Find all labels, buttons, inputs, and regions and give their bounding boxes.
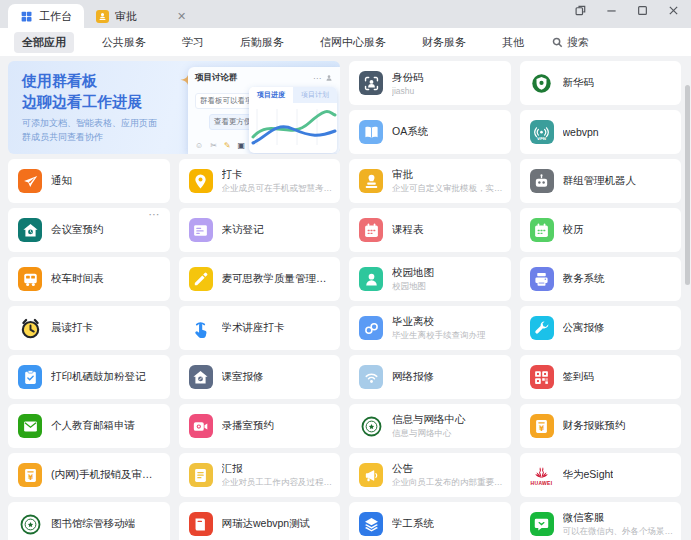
- scrollbar-thumb[interactable]: [685, 85, 690, 285]
- app-title: 汇报: [222, 462, 333, 476]
- app-title: 审批: [392, 168, 503, 182]
- app-tile[interactable]: 信息与网络中心 信息与网络中心: [349, 404, 511, 448]
- app-tile[interactable]: 图书馆综管移动端: [8, 502, 170, 540]
- app-tile[interactable]: 校园地图 校园地图: [349, 257, 511, 301]
- app-tile[interactable]: 麦可思教学质量管理平台: [179, 257, 341, 301]
- preview-board-tab-active: 项目进度: [249, 87, 293, 103]
- app-tile[interactable]: 打印机硒鼓加粉登记: [8, 355, 170, 399]
- popout-icon[interactable]: [575, 5, 586, 16]
- app-icon: [530, 71, 554, 95]
- app-tile[interactable]: 公告 企业向员工发布的内部重要通…: [349, 453, 511, 497]
- preview-board-card: 项目进度 项目计划: [249, 87, 337, 153]
- tab-close-icon[interactable]: ✕: [177, 11, 186, 22]
- app-tile[interactable]: 网络报修: [349, 355, 511, 399]
- app-title: 群组管理机器人: [563, 174, 637, 188]
- app-tile[interactable]: 通知: [8, 159, 170, 203]
- app-title: 学工系统: [392, 517, 434, 531]
- app-tile[interactable]: 微信客服 可以在微信内、外各个场景中…: [520, 502, 682, 540]
- app-tile[interactable]: 晨读打卡: [8, 306, 170, 350]
- nav-category[interactable]: 公共服务: [94, 32, 154, 53]
- tab-approval[interactable]: 审批 ✕: [84, 4, 198, 28]
- app-subtitle: 企业成员可在手机或智慧考勤…: [222, 183, 333, 195]
- app-title: 晨读打卡: [51, 321, 93, 335]
- app-title: webvpn: [563, 126, 599, 138]
- app-icon: [359, 169, 383, 193]
- workbench-grid-icon: [20, 10, 33, 23]
- app-icon: HUAWEI: [530, 463, 554, 487]
- app-tile[interactable]: 个人教育邮箱申请: [8, 404, 170, 448]
- app-icon: [530, 267, 554, 291]
- nav-category[interactable]: 学习: [174, 32, 212, 53]
- app-icon: [189, 169, 213, 193]
- preview-chat-title: 项目讨论群: [195, 72, 238, 84]
- category-nav: 全部应用公共服务学习后勤服务信网中心服务财务服务其他 搜索: [0, 28, 691, 56]
- banner-chat-preview: 项目讨论群 ⋯ ⌄ 群看板可以看项目进度了 查看更方便了 项目进度 项目计划: [188, 67, 340, 154]
- app-tile[interactable]: 打卡 企业成员可在手机或智慧考勤…: [179, 159, 341, 203]
- app-title: 信息与网络中心: [392, 413, 466, 427]
- app-icon: [18, 512, 42, 536]
- app-tile[interactable]: 群组管理机器人: [520, 159, 682, 203]
- tile-more-button[interactable]: ⋯: [149, 208, 161, 221]
- app-tile[interactable]: 校车时间表: [8, 257, 170, 301]
- tab-workbench[interactable]: 工作台: [8, 4, 84, 28]
- search-icon: [552, 37, 563, 48]
- board-panel-icon: ▣: [238, 141, 246, 150]
- app-subtitle: 企业可自定义审批模板，实现…: [392, 183, 503, 195]
- app-title: 课室报修: [222, 370, 264, 384]
- app-title: 网瑞达webvpn测试: [222, 517, 311, 531]
- app-subtitle: 校园地图: [392, 281, 434, 293]
- app-icon: [359, 316, 383, 340]
- app-tile[interactable]: 审批 企业可自定义审批模板，实现…: [349, 159, 511, 203]
- app-tile[interactable]: 公寓报修: [520, 306, 682, 350]
- app-icon: [359, 218, 383, 242]
- app-tile[interactable]: webvpn: [520, 110, 682, 154]
- nav-category[interactable]: 后勤服务: [232, 32, 292, 53]
- app-tile[interactable]: 学工系统: [349, 502, 511, 540]
- search-label: 搜索: [567, 35, 589, 50]
- promo-banner[interactable]: 使用群看板 边聊边看工作进展 可添加文档、智能表格、应用页面 群成员共同查看协作…: [8, 61, 340, 154]
- app-icon: [18, 463, 42, 487]
- nav-category[interactable]: 信网中心服务: [312, 32, 394, 53]
- app-title: 学术讲座打卡: [222, 321, 285, 335]
- app-title: 华为eSight: [563, 468, 614, 482]
- app-title: 图书馆综管移动端: [51, 517, 135, 531]
- app-icon: [18, 316, 42, 340]
- app-title: 打印机硒鼓加粉登记: [51, 370, 146, 384]
- nav-category[interactable]: 全部应用: [14, 32, 74, 53]
- app-tile[interactable]: 签到码: [520, 355, 682, 399]
- nav-category[interactable]: 其他: [494, 32, 532, 53]
- app-tile[interactable]: 汇报 企业对员工工作内容及过程的…: [179, 453, 341, 497]
- tab-approval-label: 审批: [115, 9, 137, 24]
- preview-mini-chart: [249, 103, 337, 151]
- minimize-icon[interactable]: [606, 5, 617, 16]
- app-tile[interactable]: 来访登记: [179, 208, 341, 252]
- app-icon: [359, 71, 383, 95]
- app-title: 教务系统: [563, 272, 605, 286]
- app-tile[interactable]: 课室报修: [179, 355, 341, 399]
- app-title: 微信客服: [563, 511, 674, 525]
- app-title: 校园地图: [392, 266, 434, 280]
- nav-category[interactable]: 财务服务: [414, 32, 474, 53]
- app-icon: [359, 512, 383, 536]
- search-button[interactable]: 搜索: [552, 35, 589, 50]
- app-tile[interactable]: 会议室预约 ⋯: [8, 208, 170, 252]
- app-tile[interactable]: OA系统: [349, 110, 511, 154]
- close-icon[interactable]: [668, 5, 679, 16]
- app-icon: [359, 365, 383, 389]
- app-tile[interactable]: 学术讲座打卡: [179, 306, 341, 350]
- app-tile[interactable]: 录播室预约: [179, 404, 341, 448]
- app-title: (内网)手机报销及审批系统: [51, 468, 162, 482]
- app-tile[interactable]: (内网)手机报销及审批系统: [8, 453, 170, 497]
- app-icon: [189, 218, 213, 242]
- app-tile[interactable]: 教务系统: [520, 257, 682, 301]
- app-tile[interactable]: 新华码: [520, 61, 682, 105]
- app-tile[interactable]: 毕业离校 毕业生离校手续查询办理: [349, 306, 511, 350]
- app-tile[interactable]: HUAWEI 华为eSight: [520, 453, 682, 497]
- app-tile[interactable]: 课程表: [349, 208, 511, 252]
- maximize-icon[interactable]: [637, 5, 648, 16]
- app-tile[interactable]: 网瑞达webvpn测试: [179, 502, 341, 540]
- app-tile[interactable]: 财务报账预约: [520, 404, 682, 448]
- app-tile[interactable]: 校历: [520, 208, 682, 252]
- app-icon: [530, 512, 554, 536]
- app-tile[interactable]: 身份码 jiashu: [349, 61, 511, 105]
